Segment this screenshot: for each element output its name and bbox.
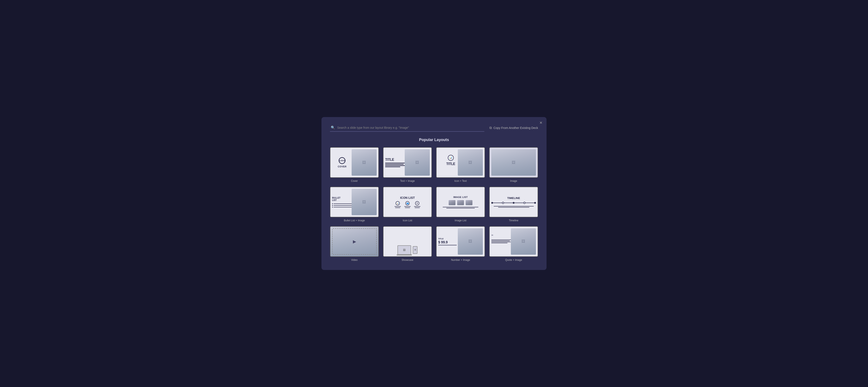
section-title: Popular Layouts [330, 138, 538, 142]
bullet-list-thumbnail: BULLETLIST 🖼 [330, 187, 379, 217]
layout-label-quote-image: Quote + Image [505, 259, 522, 262]
layout-item-number-image[interactable]: TITLE $ 99.9 🖼 Number + Image [436, 226, 485, 262]
layout-label-timeline: Timeline [509, 219, 519, 222]
layouts-grid: LOGO COVER 🖼 Cover [330, 147, 538, 261]
tl-sub-lines [491, 206, 536, 208]
it-title: TITLE [446, 162, 455, 166]
copy-from-label: Copy From Another Existing Deck [493, 126, 538, 129]
video-thumbnail: ▶ [330, 226, 379, 257]
play-icon: ▶ [351, 239, 358, 244]
layout-label-showcase: Showcase [402, 259, 413, 262]
number-image-thumbnail: TITLE $ 99.9 🖼 [436, 226, 485, 257]
laptop-icon: 🖼 [398, 245, 411, 255]
layout-label-cover: Cover [351, 179, 358, 182]
tl-dots-row [491, 202, 536, 204]
image-list-thumbnail: IMAGE LIST [436, 187, 485, 217]
layout-item-timeline[interactable]: TIMELINE [489, 187, 538, 222]
icon-text-thumbnail: 📊 TITLE 🖼 [436, 147, 485, 178]
it-icon: 📊 [448, 155, 454, 161]
layout-item-quote-image[interactable]: " " 🖼 [489, 226, 538, 262]
il-icons: 📊 👥 ⚙ [395, 201, 421, 208]
cover-thumbnail: LOGO COVER 🖼 [330, 147, 379, 178]
timeline-thumbnail: TIMELINE [489, 187, 538, 217]
search-input[interactable] [337, 126, 484, 129]
icon-list-thumbnail: ICON LIST 📊 👥 [383, 187, 432, 217]
layout-item-cover[interactable]: LOGO COVER 🖼 Cover [330, 147, 379, 182]
layout-label-icon-text: Icon + Text [454, 179, 467, 182]
search-box: 🔍 [330, 124, 484, 132]
il-title-text: ICON LIST [400, 196, 415, 200]
cover-label: COVER [338, 165, 347, 168]
layout-item-image-list[interactable]: IMAGE LIST Image List [436, 187, 485, 222]
layout-item-showcase[interactable]: 🖼 🖼 Showcase [383, 226, 432, 262]
phone-icon: 🖼 [413, 246, 417, 254]
showcase-thumbnail: 🖼 🖼 [383, 226, 432, 257]
image-thumbnail: 🖼 [489, 147, 538, 178]
tl-title-text: TIMELINE [507, 197, 520, 200]
layout-label-icon-list: Icon List [403, 219, 412, 222]
layout-item-icon-text[interactable]: 📊 TITLE 🖼 [436, 147, 485, 182]
layout-label-image-list: Image List [455, 219, 466, 222]
iml-images [448, 200, 472, 205]
layout-item-text-image[interactable]: TITLE 🖼 [383, 147, 432, 182]
logo-circle: LOGO [339, 157, 345, 164]
copy-icon: ⧉ [489, 126, 492, 130]
quote-image-thumbnail: " " 🖼 [489, 226, 538, 257]
search-row: 🔍 ⧉ Copy From Another Existing Deck [330, 124, 538, 132]
search-icon: 🔍 [331, 125, 335, 129]
iml-title-text: IMAGE LIST [453, 196, 468, 198]
layout-label-bullet-list: Bullet List + Image [344, 219, 365, 222]
modal-overlay[interactable]: × 🔍 ⧉ Copy From Another Existing Deck Po… [0, 0, 868, 387]
layout-label-image: Image [510, 179, 517, 182]
layout-item-video[interactable]: ▶ Video [330, 226, 379, 262]
copy-from-deck[interactable]: ⧉ Copy From Another Existing Deck [489, 126, 538, 130]
layout-picker-modal: × 🔍 ⧉ Copy From Another Existing Deck Po… [321, 117, 547, 270]
layout-label-text-image: Text + Image [400, 179, 415, 182]
bl-bullets [332, 203, 354, 208]
layout-item-bullet-list[interactable]: BULLETLIST 🖼 Bullet Lis [330, 187, 379, 222]
close-button[interactable]: × [539, 120, 542, 125]
text-image-thumbnail: TITLE 🖼 [383, 147, 432, 178]
layout-item-image[interactable]: 🖼 Image [489, 147, 538, 182]
layout-label-video: Video [351, 259, 358, 262]
layout-item-icon-list[interactable]: ICON LIST 📊 👥 [383, 187, 432, 222]
layout-label-number-image: Number + Image [451, 259, 470, 262]
bl-title-text: BULLETLIST [332, 197, 354, 201]
